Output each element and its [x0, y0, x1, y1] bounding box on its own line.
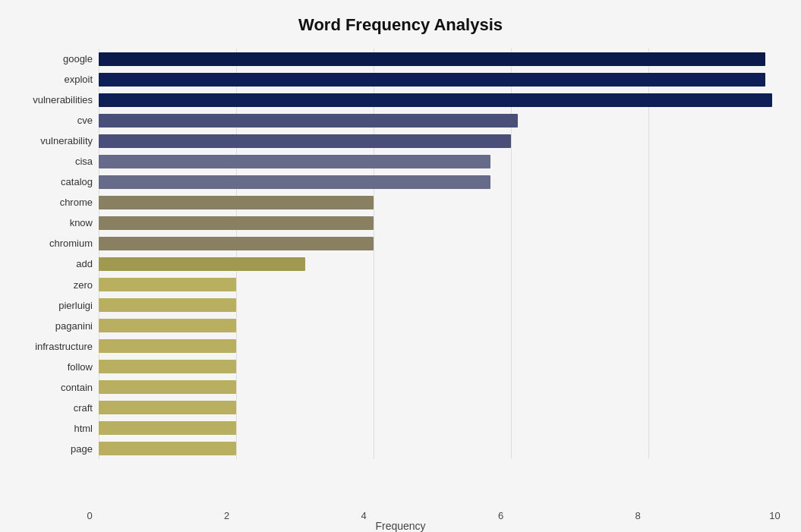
chart-area: googleexploitvulnerabilitiescvevulnerabi…	[15, 49, 786, 459]
y-label: infrastructure	[15, 342, 93, 351]
y-label: chromium	[15, 238, 93, 248]
bar	[99, 134, 511, 148]
bar	[99, 401, 236, 414]
y-label: cisa	[15, 156, 93, 166]
bars-column	[99, 49, 786, 459]
chart-container: Word Frequency Analysis googleexploitvul…	[0, 0, 801, 532]
bar-row	[99, 358, 786, 375]
bar-row	[99, 235, 786, 252]
y-label: vulnerabilities	[15, 95, 93, 105]
bar-row	[99, 194, 786, 211]
bar-row	[99, 71, 786, 88]
y-label: pierluigi	[15, 301, 93, 310]
y-label: exploit	[15, 74, 93, 84]
bar	[99, 196, 374, 209]
bar	[99, 52, 765, 66]
x-axis-title: Frequency	[0, 520, 801, 532]
bar	[99, 93, 772, 107]
y-label: chrome	[15, 197, 93, 207]
bar-row	[99, 317, 786, 334]
y-label: follow	[15, 362, 93, 372]
bar	[99, 175, 490, 189]
bar	[99, 114, 518, 127]
bar-row	[99, 379, 786, 395]
bar	[99, 73, 765, 87]
chart-title: Word Frequency Analysis	[15, 15, 786, 35]
y-label: page	[15, 444, 93, 454]
bar	[99, 339, 236, 353]
bar-row	[99, 215, 786, 231]
y-label: add	[15, 259, 93, 269]
y-label: cve	[15, 115, 93, 125]
bar-row	[99, 440, 786, 457]
y-label: google	[15, 54, 93, 64]
bar-row	[99, 338, 786, 354]
y-label: catalog	[15, 177, 93, 187]
bar-row	[99, 399, 786, 416]
bar-row	[99, 174, 786, 190]
bar-row	[99, 112, 786, 129]
bar	[99, 298, 236, 312]
bar-row	[99, 420, 786, 436]
bar	[99, 360, 236, 373]
y-label: html	[15, 423, 93, 433]
bar	[99, 155, 490, 168]
bar-row	[99, 92, 786, 109]
bar-row	[99, 153, 786, 170]
bar	[99, 257, 305, 271]
bar-row	[99, 51, 786, 68]
bar	[99, 442, 236, 455]
y-label: craft	[15, 403, 93, 413]
y-labels: googleexploitvulnerabilitiescvevulnerabi…	[15, 49, 99, 459]
y-label: vulnerability	[15, 136, 93, 146]
bar	[99, 421, 236, 435]
bar-row	[99, 297, 786, 313]
bar	[99, 278, 236, 291]
bars-and-grid	[99, 49, 786, 459]
bar	[99, 216, 374, 230]
y-label: contain	[15, 382, 93, 392]
bar	[99, 237, 374, 250]
y-label: know	[15, 218, 93, 228]
bar	[99, 319, 236, 332]
bar-row	[99, 133, 786, 150]
y-label: zero	[15, 280, 93, 290]
bar-row	[99, 256, 786, 272]
bar-row	[99, 276, 786, 293]
bar	[99, 380, 236, 394]
y-label: paganini	[15, 321, 93, 331]
